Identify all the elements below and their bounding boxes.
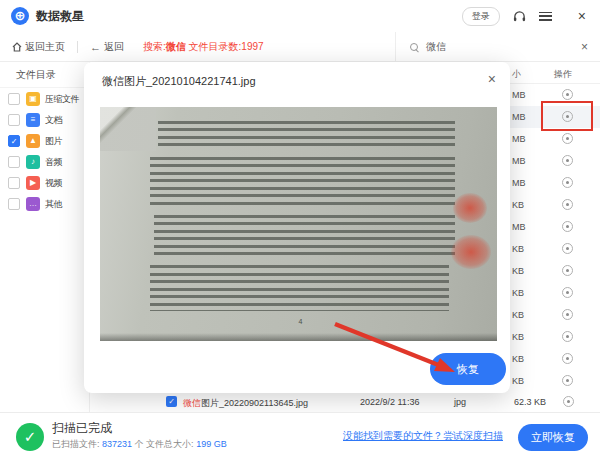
photo-page-number: 4	[299, 318, 303, 325]
preview-eye-icon[interactable]	[562, 177, 573, 188]
preview-eye-icon[interactable]	[562, 243, 573, 254]
other-icon: …	[26, 197, 40, 211]
preview-photo: 4	[100, 107, 497, 341]
sidebar-header: 文件目录	[0, 62, 89, 88]
app-title: 数据救星	[36, 8, 84, 25]
table-row[interactable]: KB	[510, 370, 600, 392]
table-row[interactable]: KB	[510, 304, 600, 326]
app-logo-icon: ⊕	[11, 7, 29, 25]
audio-checkbox[interactable]	[8, 156, 20, 168]
back-button[interactable]: ← 返回	[90, 40, 124, 54]
table-row[interactable]: MB	[510, 84, 600, 106]
table-row[interactable]: KB	[510, 194, 600, 216]
file-date: 2022/9/2 11:36	[360, 397, 419, 407]
status-bar: ✓ 扫描已完成 已扫描文件: 837231 个 文件总大小: 199 GB 没能…	[0, 412, 600, 461]
sidebar-item-documents[interactable]: ≡ 文档	[0, 110, 89, 130]
menu-icon[interactable]	[539, 12, 552, 21]
preview-eye-icon[interactable]	[562, 133, 573, 144]
file-name: 微信图片_20220902113645.jpg	[183, 397, 308, 410]
recover-button[interactable]: 恢复	[430, 353, 506, 385]
preview-eye-icon[interactable]	[562, 375, 573, 386]
row-checkbox[interactable]: ✓	[166, 396, 177, 407]
table-row[interactable]: MB	[510, 216, 600, 238]
table-row[interactable]: MB	[510, 150, 600, 172]
title-bar: ⊕ 数据救星 登录 ×	[0, 0, 600, 32]
modal-close-icon[interactable]: ×	[488, 71, 496, 87]
preview-eye-icon[interactable]	[562, 309, 573, 320]
preview-eye-icon[interactable]	[563, 396, 574, 407]
home-icon	[12, 42, 22, 52]
document-icon: ≡	[26, 113, 40, 127]
video-icon: ▶	[26, 176, 40, 190]
search-input[interactable]: 微信	[426, 40, 581, 54]
table-row[interactable]: KB	[510, 348, 600, 370]
recover-now-button[interactable]: 立即恢复	[518, 424, 588, 451]
headset-support-icon[interactable]	[513, 10, 526, 23]
sidebar-file-directory: 文件目录 ▣ 压缩文件 ≡ 文档 ✓ ▲ 图片 ♪ 音频 ▶ 视频 …	[0, 62, 90, 412]
red-stamp	[453, 193, 487, 223]
preview-eye-icon[interactable]	[562, 155, 573, 166]
preview-eye-icon[interactable]	[562, 265, 573, 276]
search-icon	[410, 43, 419, 52]
table-row-visible[interactable]: ✓ 微信图片_20220902113645.jpg 2022/9/2 11:36…	[90, 394, 600, 412]
scan-summary: 已扫描文件: 837231 个 文件总大小: 199 GB	[52, 438, 227, 451]
scanned-count: 837231	[102, 439, 132, 449]
modal-title: 微信图片_20210104221741.jpg	[102, 74, 256, 89]
search-clear-icon[interactable]: ×	[581, 40, 588, 54]
column-header-size: 小	[512, 68, 521, 81]
audio-icon: ♪	[26, 155, 40, 169]
preview-eye-icon[interactable]	[562, 89, 573, 100]
search-box[interactable]: 微信 ×	[395, 32, 600, 62]
back-home-button[interactable]: 返回主页	[12, 40, 65, 54]
file-size: 62.3 KB	[514, 397, 546, 407]
table-row[interactable]: KB	[510, 282, 600, 304]
window-close-icon[interactable]: ×	[578, 9, 586, 23]
scan-complete-title: 扫描已完成	[52, 420, 112, 437]
table-row[interactable]: KB	[510, 238, 600, 260]
sidebar-item-audio[interactable]: ♪ 音频	[0, 152, 89, 172]
sidebar-item-video[interactable]: ▶ 视频	[0, 173, 89, 193]
photo-page-corner	[100, 107, 156, 151]
table-row[interactable]: KB	[510, 326, 600, 348]
preview-eye-icon[interactable]	[562, 199, 573, 210]
file-type: jpg	[454, 397, 466, 407]
table-row[interactable]: KB	[510, 260, 600, 282]
sidebar-item-other[interactable]: … 其他	[0, 194, 89, 214]
sidebar-item-archive[interactable]: ▣ 压缩文件	[0, 89, 89, 109]
column-header-operation: 操作	[554, 68, 572, 81]
table-row[interactable]: MB	[510, 128, 600, 150]
preview-eye-icon[interactable]	[562, 287, 573, 298]
toolbar-divider	[77, 41, 78, 53]
documents-checkbox[interactable]	[8, 114, 20, 126]
image-icon: ▲	[26, 134, 40, 148]
total-size: 199 GB	[196, 439, 227, 449]
red-stamp	[451, 235, 491, 269]
archive-checkbox[interactable]	[8, 93, 20, 105]
app-window: ⊕ 数据救星 登录 × 返回主页 ← 返回 搜索:微信 文件目录数:1997 微…	[0, 0, 600, 461]
search-result-status: 搜索:微信 文件目录数:1997	[143, 40, 264, 54]
video-checkbox[interactable]	[8, 177, 20, 189]
preview-eye-icon[interactable]	[562, 331, 573, 342]
deep-scan-link[interactable]: 没能找到需要的文件？尝试深度扫描	[343, 429, 503, 443]
images-checkbox[interactable]: ✓	[8, 135, 20, 147]
preview-eye-icon[interactable]	[562, 353, 573, 364]
table-row[interactable]: MB	[510, 172, 600, 194]
scan-complete-check-icon: ✓	[16, 423, 44, 451]
preview-eye-icon[interactable]	[562, 111, 573, 122]
preview-modal: 微信图片_20210104221741.jpg × 4 恢复	[84, 62, 510, 393]
other-checkbox[interactable]	[8, 198, 20, 210]
login-button[interactable]: 登录	[462, 7, 500, 26]
table-row-highlighted[interactable]: MB	[510, 106, 600, 128]
toolbar: 返回主页 ← 返回 搜索:微信 文件目录数:1997 微信 ×	[0, 32, 600, 62]
sidebar-item-images[interactable]: ✓ ▲ 图片	[0, 131, 89, 151]
archive-icon: ▣	[26, 92, 40, 106]
back-arrow-icon: ←	[90, 41, 101, 53]
preview-eye-icon[interactable]	[562, 221, 573, 232]
